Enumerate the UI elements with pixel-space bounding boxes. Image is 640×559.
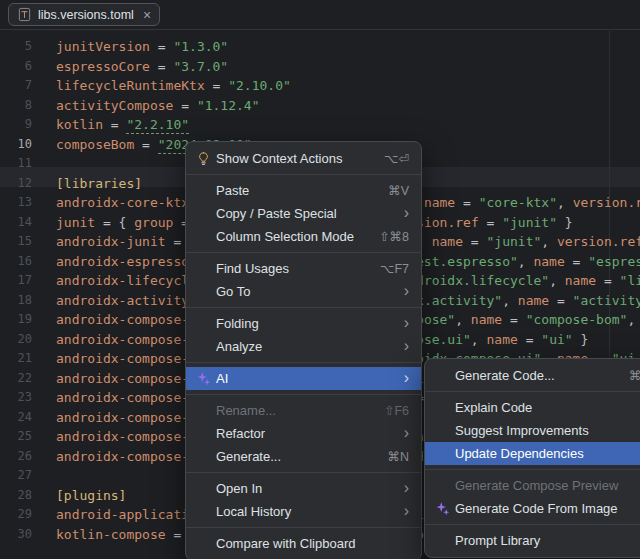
line-number: 13 <box>0 195 38 215</box>
menu-item-compare-with-clipboard[interactable]: Compare with Clipboard <box>186 532 421 555</box>
menu-item-label: Rename... <box>216 403 366 418</box>
menu-item-generate-code-from-image[interactable]: Generate Code From Image <box>425 497 640 520</box>
line-number: 26 <box>0 449 38 469</box>
menu-shortcut: ⌘N <box>387 449 409 464</box>
code-line[interactable]: activityCompose = "1.12.4" <box>56 98 640 118</box>
menu-shortcut: ⇧⌘8 <box>379 229 409 244</box>
line-number: 10 <box>0 137 38 157</box>
line-number: 8 <box>0 98 38 118</box>
menu-item-label: Analyze <box>216 339 386 354</box>
line-number: 19 <box>0 312 38 332</box>
tab-title: libs.versions.toml <box>38 8 134 22</box>
line-number: 21 <box>0 351 38 371</box>
menu-separator <box>186 394 421 395</box>
tab-close-icon[interactable]: × <box>143 8 151 22</box>
menu-separator <box>425 524 640 525</box>
menu-item-label: Go To <box>216 284 386 299</box>
line-number: 30 <box>0 527 38 547</box>
line-number: 23 <box>0 390 38 410</box>
submenu-chevron-icon: › <box>404 370 409 386</box>
menu-separator <box>425 391 640 392</box>
ai-sparkle-icon <box>193 371 214 387</box>
line-number: 24 <box>0 410 38 430</box>
menu-item-generate-compose-preview: Generate Compose Preview <box>425 474 640 497</box>
menu-separator <box>186 527 421 528</box>
line-number: 16 <box>0 254 38 274</box>
submenu-chevron-icon: › <box>404 480 409 496</box>
menu-item-generate-code[interactable]: Generate Code...⌘\ <box>425 364 640 387</box>
menu-item-analyze[interactable]: Analyze› <box>186 335 421 358</box>
submenu-chevron-icon: › <box>404 283 409 299</box>
menu-item-label: Show Context Actions <box>216 151 366 166</box>
menu-item-suggest-improvements[interactable]: Suggest Improvements <box>425 419 640 442</box>
line-number: 27 <box>0 468 38 488</box>
submenu-chevron-icon: › <box>404 338 409 354</box>
menu-separator <box>186 472 421 473</box>
menu-item-label: Generate Code From Image <box>455 501 627 516</box>
menu-item-label: Update Dependencies <box>455 446 627 461</box>
menu-separator <box>186 307 421 308</box>
line-number: 14 <box>0 215 38 235</box>
menu-item-generate[interactable]: Generate...⌘N <box>186 445 421 468</box>
menu-item-folding[interactable]: Folding› <box>186 312 421 335</box>
menu-item-ai[interactable]: AI› <box>186 367 421 390</box>
menu-item-find-usages[interactable]: Find Usages⌥F7 <box>186 257 421 280</box>
code-line[interactable]: espressoCore = "3.7.0" <box>56 59 640 79</box>
editor-tab[interactable]: libs.versions.toml × <box>8 3 160 26</box>
line-number: 9 <box>0 117 38 137</box>
menu-item-explain-code[interactable]: Explain Code <box>425 396 640 419</box>
line-number: 29 <box>0 507 38 527</box>
line-number: 5 <box>0 39 38 59</box>
menu-item-column-selection-mode[interactable]: Column Selection Mode⇧⌘8 <box>186 225 421 248</box>
ai-sparkle-icon <box>432 501 453 517</box>
menu-item-refactor[interactable]: Refactor› <box>186 422 421 445</box>
menu-shortcut: ⌥⏎ <box>384 151 409 166</box>
menu-item-label: Generate Compose Preview <box>455 478 627 493</box>
menu-item-label: Find Usages <box>216 261 362 276</box>
code-line[interactable]: kotlin = "2.2.10" <box>56 117 640 137</box>
menu-separator <box>186 252 421 253</box>
menu-item-label: Local History <box>216 504 386 519</box>
lightbulb-icon <box>193 151 214 167</box>
code-line[interactable]: junitVersion = "1.3.0" <box>56 39 640 59</box>
menu-item-label: Explain Code <box>455 400 627 415</box>
submenu-chevron-icon: › <box>404 425 409 441</box>
menu-item-update-dependencies[interactable]: Update Dependencies <box>425 442 640 465</box>
ai-submenu: Generate Code...⌘\Explain CodeSuggest Im… <box>424 358 640 558</box>
menu-item-paste[interactable]: Paste⌘V <box>186 179 421 202</box>
menu-item-copy-paste-special[interactable]: Copy / Paste Special› <box>186 202 421 225</box>
menu-item-show-context-actions[interactable]: Show Context Actions⌥⏎ <box>186 147 421 170</box>
line-number: 25 <box>0 429 38 449</box>
menu-shortcut: ⌘V <box>388 183 409 198</box>
menu-item-label: Column Selection Mode <box>216 229 361 244</box>
line-number: 7 <box>0 78 38 98</box>
menu-item-label: Paste <box>216 183 370 198</box>
editor-context-menu: Show Context Actions⌥⏎Paste⌘VCopy / Past… <box>185 141 422 559</box>
menu-item-label: Generate Code... <box>455 368 611 383</box>
menu-separator <box>186 362 421 363</box>
menu-item-prompt-library[interactable]: Prompt Library <box>425 529 640 552</box>
menu-item-rename: Rename...⇧F6 <box>186 399 421 422</box>
line-number: 15 <box>0 234 38 254</box>
menu-item-open-in[interactable]: Open In› <box>186 477 421 500</box>
line-number: 28 <box>0 488 38 508</box>
menu-shortcut: ⌥F7 <box>380 261 409 276</box>
menu-item-label: Generate... <box>216 449 369 464</box>
line-number: 6 <box>0 59 38 79</box>
submenu-chevron-icon: › <box>404 503 409 519</box>
code-line[interactable]: lifecycleRuntimeKtx = "2.10.0" <box>56 78 640 98</box>
menu-item-go-to[interactable]: Go To› <box>186 280 421 303</box>
menu-item-label: Open In <box>216 481 386 496</box>
menu-shortcut: ⌘\ <box>629 368 640 383</box>
line-number: 18 <box>0 293 38 313</box>
line-number: 17 <box>0 273 38 293</box>
menu-item-label: Refactor <box>216 426 386 441</box>
submenu-chevron-icon: › <box>404 205 409 221</box>
toml-file-icon <box>17 7 32 22</box>
menu-item-label: AI <box>216 371 386 386</box>
menu-item-local-history[interactable]: Local History› <box>186 500 421 523</box>
menu-separator <box>186 174 421 175</box>
menu-separator <box>425 469 640 470</box>
gutter: 5678910111213141516171819202122232425262… <box>0 39 38 546</box>
line-number: 22 <box>0 371 38 391</box>
